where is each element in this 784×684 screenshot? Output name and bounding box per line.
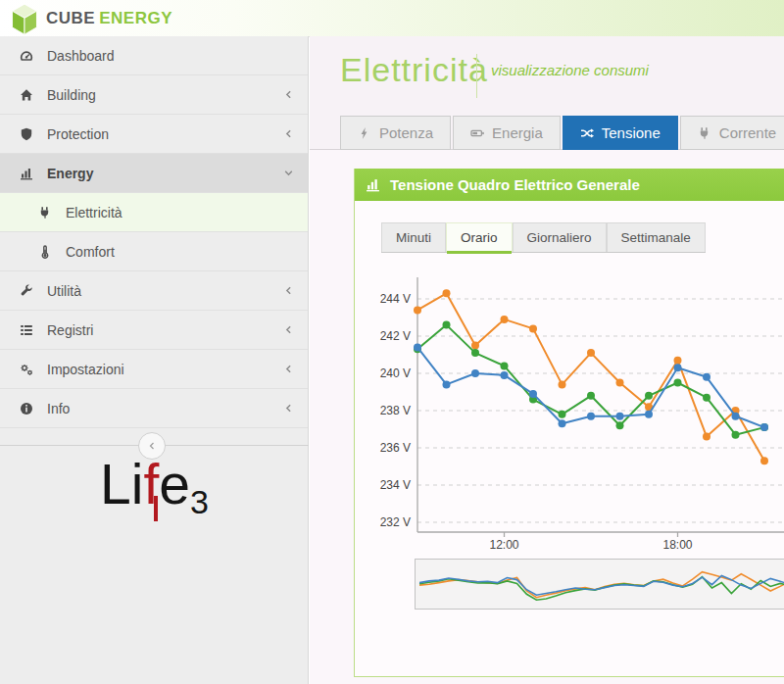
tab-label: Tensione: [602, 124, 661, 141]
sidebar-item-building[interactable]: Building: [0, 75, 308, 115]
sidebar-item-label: Dashboard: [47, 48, 115, 64]
battery-icon: [470, 126, 484, 140]
sidebar-item-label: Elettricità: [66, 205, 122, 220]
data-point-fase-2[interactable]: [443, 321, 451, 329]
data-point-fase-1[interactable]: [529, 324, 537, 332]
data-point-fase-1[interactable]: [443, 289, 451, 297]
data-point-fase-3[interactable]: [732, 413, 740, 420]
page-title: Elettricità: [340, 51, 488, 89]
info-icon: [18, 402, 34, 415]
data-point-fase-1[interactable]: [616, 379, 624, 387]
data-point-fase-2[interactable]: [732, 431, 740, 439]
sidebar-item-label: Energy: [47, 166, 93, 181]
data-point-fase-1[interactable]: [559, 380, 566, 388]
range-tab-minuti[interactable]: Minuti: [381, 222, 446, 252]
data-point-fase-3[interactable]: [471, 369, 479, 377]
y-axis-tick-label: 244 V: [380, 292, 411, 306]
range-tab-giornaliero[interactable]: Giornaliero: [513, 222, 607, 252]
tab-energia[interactable]: Energia: [453, 116, 561, 150]
tab-label: Energia: [492, 124, 543, 141]
data-point-fase-2[interactable]: [674, 379, 682, 387]
life3-logo-subscript: 3: [190, 483, 209, 520]
sidebar-item-registri[interactable]: Registri: [0, 311, 308, 350]
data-point-fase-3[interactable]: [529, 390, 537, 398]
y-axis-tick-label: 232 V: [380, 515, 411, 529]
page-subtitle: visualizzazione consumi: [491, 62, 649, 78]
data-point-fase-1[interactable]: [674, 357, 682, 365]
sidebar-item-utilita[interactable]: Utilità: [0, 271, 308, 311]
bar-chart-icon: [366, 177, 380, 192]
tab-corrente[interactable]: Corrente: [680, 116, 784, 150]
sidebar-item-label: Comfort: [66, 244, 115, 260]
data-point-fase-1[interactable]: [414, 306, 421, 314]
sidebar-nav: DashboardBuildingProtectionEnergyElettri…: [0, 36, 308, 428]
data-point-fase-2[interactable]: [587, 392, 595, 400]
data-point-fase-3[interactable]: [645, 411, 653, 418]
data-point-fase-3[interactable]: [587, 413, 595, 420]
voltage-panel-header: Tensione Quadro Elettrico Generale: [355, 169, 784, 201]
sidebar-item-info[interactable]: Info: [0, 389, 308, 428]
data-point-fase-2[interactable]: [471, 349, 479, 357]
cube-energy-app: { "brand": {"name_primary": "CUBE", "nam…: [0, 0, 784, 684]
list-icon: [18, 323, 34, 337]
data-point-fase-1[interactable]: [760, 457, 768, 464]
data-point-fase-1[interactable]: [587, 349, 595, 357]
plug-icon: [36, 206, 53, 220]
x-axis-tick-label: 18:00: [662, 538, 692, 552]
life3-logo-red-stem: [154, 496, 158, 521]
data-point-fase-3[interactable]: [559, 419, 566, 427]
sidebar-item-label: Utilità: [47, 283, 81, 299]
life3-logo: Life3: [0, 453, 309, 521]
data-point-fase-1[interactable]: [703, 433, 710, 441]
data-point-fase-3[interactable]: [703, 373, 710, 381]
chevron-left-icon: [147, 441, 157, 451]
chevron-left-icon: [283, 324, 294, 335]
range-tab-settimanale[interactable]: Settimanale: [607, 222, 706, 252]
brand-logo[interactable]: CUBEENERGY: [0, 1, 172, 36]
data-point-fase-3[interactable]: [414, 343, 421, 351]
voltage-chart[interactable]: 244 V242 V240 V238 V236 V234 V232 V12:00…: [310, 265, 784, 559]
tab-label: Corrente: [719, 124, 776, 141]
data-point-fase-3[interactable]: [674, 364, 682, 371]
brand-name-primary: CUBE: [46, 9, 95, 27]
sidebar-item-dashboard[interactable]: Dashboard: [0, 36, 308, 75]
cube-logo-icon: [10, 3, 39, 36]
data-point-fase-2[interactable]: [616, 421, 624, 429]
data-point-fase-2[interactable]: [559, 411, 566, 418]
brand-name-secondary: ENERGY: [99, 9, 172, 27]
sidebar-item-label: Impostazioni: [47, 362, 124, 377]
data-point-fase-2[interactable]: [501, 362, 509, 369]
data-point-fase-2[interactable]: [703, 394, 710, 402]
navigator-line-fase-1: [419, 572, 784, 598]
measure-tabs: PotenzaEnergiaTensioneCorrente: [340, 116, 784, 150]
brand-name: CUBEENERGY: [46, 9, 172, 28]
shield-icon: [18, 127, 34, 141]
voltage-panel-title: Tensione Quadro Elettrico Generale: [390, 176, 640, 193]
data-point-fase-2[interactable]: [645, 392, 653, 400]
sidebar-item-protection[interactable]: Protection: [0, 115, 308, 154]
tab-tensione[interactable]: Tensione: [563, 116, 678, 150]
chart-navigator[interactable]: [415, 559, 784, 610]
y-axis-tick-label: 240 V: [380, 366, 411, 380]
sidebar-item-elettricita[interactable]: Elettricità: [0, 193, 308, 232]
y-axis-tick-label: 242 V: [380, 329, 411, 343]
shuffle-icon: [580, 126, 594, 140]
bar-chart-icon: [18, 167, 34, 180]
data-point-fase-3[interactable]: [760, 423, 768, 431]
range-tab-orario[interactable]: Orario: [446, 222, 513, 252]
sidebar-item-comfort[interactable]: Comfort: [0, 232, 308, 271]
sidebar-item-label: Info: [47, 401, 70, 416]
sidebar-item-label: Building: [47, 87, 96, 103]
tab-potenza[interactable]: Potenza: [340, 116, 451, 150]
data-point-fase-1[interactable]: [501, 316, 509, 323]
chevron-left-icon: [283, 89, 294, 100]
series-line-fase-1: [417, 293, 764, 461]
sidebar-item-energy[interactable]: Energy: [0, 154, 308, 193]
sidebar-item-impostazioni[interactable]: Impostazioni: [0, 350, 308, 389]
data-point-fase-3[interactable]: [501, 371, 509, 379]
data-point-fase-1[interactable]: [471, 342, 479, 350]
data-point-fase-3[interactable]: [616, 413, 624, 420]
plug-icon: [698, 126, 711, 140]
x-axis-tick-label: 12:00: [489, 538, 518, 552]
data-point-fase-3[interactable]: [443, 380, 451, 388]
